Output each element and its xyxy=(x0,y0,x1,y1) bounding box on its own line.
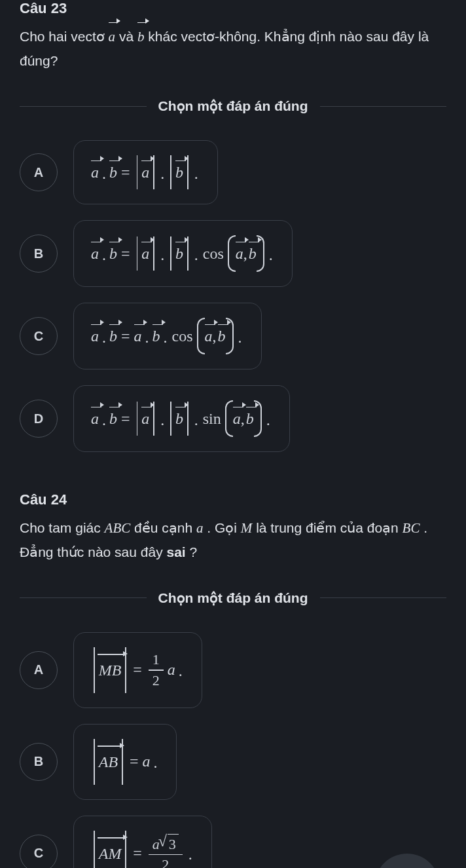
formula: AB = a . xyxy=(91,739,159,785)
vector-b-icon: b xyxy=(109,164,117,181)
question-text: Cho hai vectơ a và b khác vectơ-không. K… xyxy=(20,25,446,72)
paren-right-icon xyxy=(226,318,234,354)
vector-b-icon: b xyxy=(175,164,183,181)
sin: sin xyxy=(203,410,221,428)
bold-sai: sai xyxy=(166,544,185,559)
option-a[interactable]: A a . b = a . b . xyxy=(20,140,446,204)
option-box[interactable]: a . b = a . b . sin a , b xyxy=(73,385,290,452)
vector-a-icon: a xyxy=(91,328,99,345)
fraction: 1 2 xyxy=(149,650,164,690)
vector-a-icon: a xyxy=(91,410,99,428)
option-letter[interactable]: B xyxy=(20,235,58,273)
vector-mb-icon: MB xyxy=(99,660,122,679)
vector-b-icon: b xyxy=(218,328,226,345)
denominator: 2 xyxy=(149,671,164,690)
abs: b xyxy=(168,236,191,271)
abs: AM xyxy=(91,831,129,868)
option-b[interactable]: B AB = a . xyxy=(20,724,446,800)
formula: AM = a3 2 . xyxy=(91,831,194,868)
option-list: A a . b = a . b . B a . xyxy=(20,140,446,452)
text-fragment: . Gọi xyxy=(207,520,241,535)
cos: cos xyxy=(203,245,224,263)
sym-a: a xyxy=(168,661,175,679)
dot: . xyxy=(194,411,198,429)
vector-a-icon: a xyxy=(91,164,99,181)
vector-a-icon: a xyxy=(236,245,243,263)
divider-line xyxy=(320,597,447,598)
option-box[interactable]: a . b = a . b . cos a , b xyxy=(73,303,262,369)
option-box[interactable]: MB = 1 2 a . xyxy=(73,632,202,708)
vector-b-icon: b xyxy=(109,410,117,428)
dot: . xyxy=(145,329,149,347)
sym-abc: ABC xyxy=(105,520,131,536)
option-b[interactable]: B a . b = a . b . cos a , b xyxy=(20,220,446,287)
dot: . xyxy=(102,165,106,183)
option-letter[interactable]: A xyxy=(20,153,58,191)
vector-b-icon: b xyxy=(175,245,183,263)
radicand: 3 xyxy=(168,834,179,853)
option-box[interactable]: AM = a3 2 . xyxy=(73,816,212,868)
period: . xyxy=(269,246,273,264)
question-23: Câu 23 Cho hai vectơ a và b khác vectơ-k… xyxy=(20,0,446,452)
fraction: a3 2 xyxy=(149,833,183,869)
abs: b xyxy=(168,155,191,189)
equals: = xyxy=(130,753,139,770)
dot: . xyxy=(102,329,106,347)
dot: . xyxy=(102,246,106,264)
equals: = xyxy=(121,164,130,181)
dot: . xyxy=(160,411,164,429)
option-letter[interactable]: D xyxy=(20,400,58,438)
option-box[interactable]: AB = a . xyxy=(73,724,177,800)
vector-am-icon: AM xyxy=(99,844,122,863)
formula: MB = 1 2 a . xyxy=(91,647,185,693)
question-24: Câu 24 Cho tam giác ABC đều cạnh a . Gọi… xyxy=(20,491,446,868)
period: . xyxy=(188,846,192,863)
divider: Chọn một đáp án đúng xyxy=(20,590,446,606)
divider-text: Chọn một đáp án đúng xyxy=(158,98,308,114)
vector-a-icon: a xyxy=(141,245,149,263)
question-number: Câu 23 xyxy=(20,0,446,17)
dot: . xyxy=(164,329,168,347)
option-letter[interactable]: A xyxy=(20,651,58,689)
question-number: Câu 24 xyxy=(20,491,446,508)
dot: . xyxy=(102,411,106,429)
equals: = xyxy=(121,245,130,263)
vector-a-icon: a xyxy=(141,410,149,428)
numerator: 1 xyxy=(149,650,164,670)
abs: a xyxy=(134,236,158,271)
divider-line xyxy=(20,106,147,107)
formula: a . b = a . b . cos a , b xyxy=(91,318,244,354)
vector-a-icon: a xyxy=(134,328,142,345)
equals: = xyxy=(121,328,130,345)
text-fragment: Cho tam giác xyxy=(20,520,105,535)
text-fragment: Cho hai vectơ xyxy=(20,29,105,44)
option-letter[interactable]: C xyxy=(20,317,58,355)
vector-a-icon: a xyxy=(109,26,116,49)
option-box[interactable]: a . b = a . b . xyxy=(73,140,218,204)
formula: a . b = a . b . cos a , b xyxy=(91,235,275,272)
option-a[interactable]: A MB = 1 2 a . xyxy=(20,632,446,708)
period: . xyxy=(266,411,270,429)
abs: a xyxy=(134,155,158,189)
option-c[interactable]: C AM = a3 2 . xyxy=(20,816,446,868)
abs: MB xyxy=(91,647,129,693)
vector-b-icon: b xyxy=(109,245,117,263)
option-letter[interactable]: B xyxy=(20,743,58,781)
abs: AB xyxy=(91,739,126,785)
formula: a . b = a . b . xyxy=(91,155,200,189)
option-box[interactable]: a . b = a . b . cos a , b xyxy=(73,220,293,287)
option-letter[interactable]: C xyxy=(20,835,58,868)
sqrt: 3 xyxy=(160,834,179,853)
option-c[interactable]: C a . b = a . b . cos a , b xyxy=(20,303,446,369)
vector-a-icon: a xyxy=(205,328,213,345)
option-d[interactable]: D a . b = a . b . sin a , b xyxy=(20,385,446,452)
dot: . xyxy=(194,246,198,264)
abs: b xyxy=(168,402,191,436)
comma: , xyxy=(213,328,217,345)
text-fragment: đều cạnh xyxy=(134,520,196,535)
formula: a . b = a . b . sin a , b xyxy=(91,400,272,437)
denominator: 2 xyxy=(158,855,173,868)
text-fragment: là trung điểm của đoạn xyxy=(256,520,402,535)
paren: a , b xyxy=(226,235,266,272)
equals: = xyxy=(121,410,130,428)
